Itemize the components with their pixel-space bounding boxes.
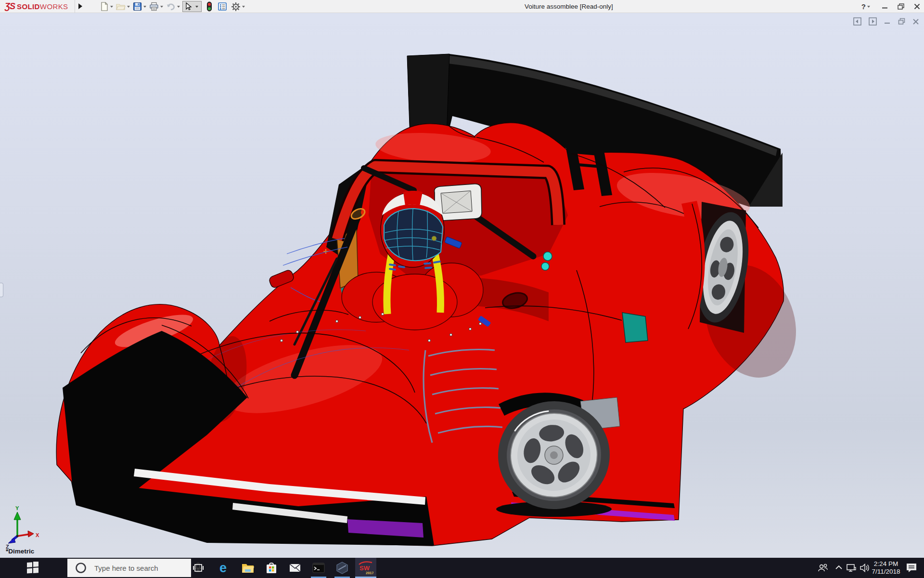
close-button[interactable] <box>914 3 920 10</box>
hexagon-app-icon <box>335 561 349 575</box>
dropdown-caret-icon[interactable] <box>143 6 146 8</box>
teal-port <box>543 252 552 261</box>
open-folder-icon <box>116 2 126 11</box>
network-icon <box>846 562 857 574</box>
dropdown-caret-icon[interactable] <box>195 6 198 8</box>
open-button[interactable] <box>116 0 132 13</box>
cortana-icon <box>67 562 90 574</box>
view-orientation-label: *Dimetric <box>6 548 34 555</box>
quick-access-toolbar <box>99 0 247 13</box>
model-render-race-car[interactable] <box>0 13 924 558</box>
microsoft-store-icon <box>265 561 278 575</box>
pane-left-icon[interactable] <box>853 17 861 26</box>
chevron-up-icon <box>835 564 843 572</box>
minimize-button[interactable] <box>882 3 888 10</box>
doc-close-icon[interactable] <box>912 18 919 25</box>
undo-icon <box>166 2 176 11</box>
options-button[interactable] <box>231 0 247 13</box>
dropdown-caret-icon[interactable] <box>242 6 245 8</box>
new-document-button[interactable] <box>99 0 116 13</box>
taskbar-app-edge[interactable]: e <box>214 558 235 578</box>
ds-logo-icon: ƷS <box>5 1 15 12</box>
print-button[interactable] <box>149 0 166 13</box>
windows-logo-icon <box>26 562 39 574</box>
taskbar-app-hexagon[interactable] <box>332 558 353 578</box>
file-explorer-icon <box>241 561 255 575</box>
document-title: Voiture assomblee [Read-only] <box>525 0 613 13</box>
triad-x-label: X <box>36 532 39 538</box>
undo-button[interactable] <box>166 0 182 13</box>
dropdown-caret-icon[interactable] <box>127 6 130 8</box>
traffic-light-icon <box>206 1 213 12</box>
network-tray-button[interactable] <box>844 558 859 578</box>
action-center-icon <box>905 562 918 574</box>
select-cursor-icon <box>184 2 193 11</box>
clock-time: 2:24 PM <box>874 560 898 568</box>
file-properties-icon <box>218 2 227 11</box>
document-window-controls <box>853 17 919 26</box>
window-controls: ? <box>861 0 920 13</box>
save-icon <box>133 2 142 11</box>
search-input[interactable] <box>90 564 190 572</box>
edge-icon: e <box>217 561 231 575</box>
mail-icon <box>288 561 302 575</box>
dropdown-caret-icon[interactable] <box>867 6 870 8</box>
menu-expand-arrow-icon[interactable] <box>78 3 82 9</box>
taskbar-search[interactable] <box>67 559 191 577</box>
rebuild-button[interactable] <box>205 0 213 13</box>
helmet-visor <box>384 209 443 261</box>
new-document-icon <box>100 2 109 11</box>
people-tray-button[interactable] <box>815 558 831 578</box>
pane-right-icon[interactable] <box>869 17 877 26</box>
solidworks-2017-icon: SW 2017 <box>358 561 373 575</box>
windows-taskbar: e <box>0 558 924 578</box>
taskbar-app-store[interactable] <box>261 558 282 578</box>
gear-icon <box>231 2 241 12</box>
doc-restore-icon[interactable] <box>898 18 905 25</box>
select-tool-button[interactable] <box>182 1 202 12</box>
feature-panel-handle[interactable] <box>0 283 3 297</box>
dropdown-caret-icon[interactable] <box>160 6 163 8</box>
brand-works: WORKS <box>40 2 68 11</box>
taskbar-app-mail[interactable] <box>284 558 306 578</box>
taskbar-app-command-prompt[interactable] <box>308 558 329 578</box>
taskbar-app-file-explorer[interactable] <box>237 558 258 578</box>
task-view-icon <box>192 562 204 574</box>
divider <box>75 0 75 13</box>
action-center-button[interactable] <box>904 558 919 578</box>
teal-port <box>541 263 549 270</box>
svg-text:e: e <box>219 561 227 575</box>
clock-date: 7/11/2018 <box>872 568 900 576</box>
restore-button[interactable] <box>898 3 904 10</box>
door-window-teal <box>622 313 648 342</box>
doc-minimize-icon[interactable] <box>884 18 891 25</box>
solidworks-logo: ƷS SOLIDWORKS <box>5 0 68 13</box>
print-icon <box>149 2 159 11</box>
save-button[interactable] <box>132 0 149 13</box>
graphics-area[interactable]: Y X Z *Dimetric <box>0 13 924 558</box>
help-button[interactable]: ? <box>861 2 872 11</box>
file-properties-button[interactable] <box>217 0 228 13</box>
svg-text:2017: 2017 <box>366 571 373 575</box>
taskbar-app-solidworks[interactable]: SW 2017 <box>355 558 376 578</box>
start-button[interactable] <box>19 558 46 578</box>
brand-solid: SOLID <box>17 2 40 11</box>
orientation-triad: Y X Z <box>3 505 46 550</box>
dropdown-caret-icon[interactable] <box>177 6 180 8</box>
taskbar-clock[interactable]: 2:24 PM 7/11/2018 <box>869 558 903 578</box>
solidworks-window: ƷS SOLIDWORKS <box>0 0 924 578</box>
people-icon <box>817 562 829 574</box>
titlebar: ƷS SOLIDWORKS <box>0 0 924 13</box>
triad-y-label: Y <box>15 505 19 511</box>
command-prompt-icon <box>312 561 325 575</box>
dropdown-caret-icon[interactable] <box>110 6 113 8</box>
task-view-button[interactable] <box>188 558 209 578</box>
hidden-icons-button[interactable] <box>833 558 845 578</box>
